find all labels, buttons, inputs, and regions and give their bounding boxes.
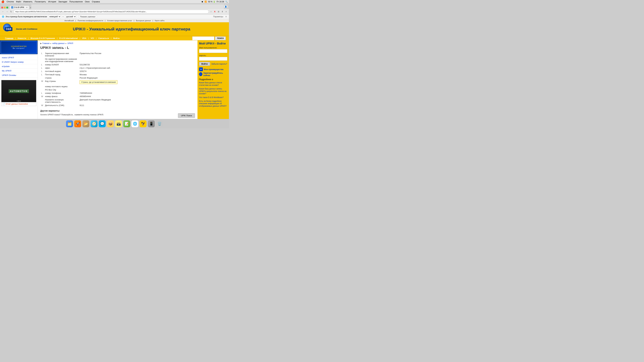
table-row: L офис стр.2, 2 Краснопресненская наб.	[40, 66, 195, 70]
table-row: L номер телефона 74959854444	[40, 91, 195, 95]
sidebar-nav-eupdate[interactable]: eUpdate	[0, 64, 38, 69]
apple-menu[interactable]: 🍎	[1, 0, 4, 3]
dock-maps[interactable]: 📝	[123, 120, 130, 127]
dock-iphone[interactable]: 📱	[148, 120, 155, 127]
sidebar-upik-nums: 12345UPIK6789	[11, 45, 27, 47]
forgot-password-link[interactable]: Забыли пароль?	[211, 63, 227, 65]
adblock-btn[interactable]: A	[213, 10, 216, 13]
nav-contact[interactable]: Связаться	[96, 36, 111, 40]
nav-search-input[interactable]	[192, 36, 214, 40]
sidebar-upik-slogan: Be unique!	[11, 47, 27, 49]
nav-news[interactable]: Новости	[16, 36, 28, 40]
back-btn[interactable]: ←	[1, 10, 5, 13]
top-nav-imprint[interactable]: Выходные данные	[136, 20, 151, 21]
menubar-status: ⏺ 📶 50 % 🔋 Пт 16:38 🔍	[202, 1, 228, 3]
nav-international[interactable]: D & B International	[58, 36, 80, 40]
menubar-file[interactable]: Файл	[16, 0, 21, 3]
menubar-window[interactable]: Окно	[85, 0, 90, 3]
action-text-search: Хотите UPIK® поиск? Пожалуйста , нажмите…	[40, 113, 176, 116]
nav-bisnode[interactable]: Bisnode D & B Германия	[28, 36, 57, 40]
dock-notes[interactable]: 📦	[107, 120, 114, 127]
to-lang-select[interactable]: русский	[65, 15, 76, 18]
translation-settings[interactable]: Параметры	[213, 15, 223, 18]
tab-close-btn[interactable]: ✕	[26, 6, 28, 8]
address-bar[interactable]	[14, 10, 209, 13]
menubar-history[interactable]: История	[48, 0, 56, 3]
profile-btn[interactable]: 👤	[224, 5, 228, 8]
site-title: UPIK® - Уникальный идентификационный клю…	[37, 27, 226, 31]
browser-tab-active[interactable]: D D & B UPIK ✕	[10, 5, 29, 9]
right-panel: Мой UPIK® - Войти Имя пользователя: паро…	[198, 40, 229, 119]
bookmark-btn[interactable]: ☆	[210, 10, 212, 13]
window-minimize[interactable]	[4, 6, 6, 8]
upik-search-btn[interactable]: UPIK Поиск	[178, 113, 195, 118]
dock-canary[interactable]: 🦅	[140, 120, 146, 127]
breadcrumb-current[interactable]: UPIK®	[68, 42, 73, 44]
window-close[interactable]	[1, 6, 3, 8]
menubar-edit[interactable]: Изменить	[23, 0, 32, 3]
two-col-layout: 12345UPIK6789 Be unique! поиск UPIK® D U…	[0, 40, 229, 119]
sidebar-nav-duns[interactable]: D UNS® Запрос номер	[0, 60, 38, 64]
translation-close-btn[interactable]: ✕	[225, 15, 227, 18]
window-maximize[interactable]	[6, 6, 8, 8]
menubar-help[interactable]: Справка	[92, 0, 100, 3]
dock-chrome[interactable]: 🌐	[132, 120, 138, 127]
spotlight-icon[interactable]: 🔍	[225, 1, 228, 3]
nav-search-btn[interactable]: ПОИСК	[215, 36, 226, 40]
sidebar-nav-search[interactable]: поиск UPIK®	[0, 55, 38, 60]
sidebar-nav-myupik[interactable]: My UPIK®	[0, 69, 38, 73]
menubar-bookmarks[interactable]: Закладки	[58, 0, 67, 3]
menu-btn[interactable]: ≡	[224, 10, 228, 13]
forward-btn[interactable]: →	[5, 10, 9, 13]
dock-trash[interactable]: 🗑️	[156, 120, 163, 127]
dock-launchpad[interactable]: 🚀	[74, 120, 81, 127]
top-nav-privacy[interactable]: Политика конфиденциальности	[78, 20, 103, 21]
sidebar-nav-basics[interactable]: UPIK® Основы	[0, 73, 38, 77]
menubar-chrome[interactable]: Chrome	[6, 0, 14, 3]
wifi-icon: 📶	[204, 1, 207, 3]
password-label: пароль:	[199, 54, 227, 56]
sidebar-banner: 12345UPIK6789 Be unique!	[0, 40, 38, 54]
more-info-link-2[interactable]: Что такое D & B Worldbase?	[199, 96, 227, 99]
from-lang-select[interactable]: немецкий	[48, 15, 61, 18]
show-original-btn[interactable]: Показать оригинал	[79, 15, 97, 18]
register-link[interactable]: Зарегистрируйтесь сейчас	[203, 72, 227, 76]
dock-stickies[interactable]: 🗃️	[115, 120, 122, 127]
dock-skype[interactable]: 💬	[99, 120, 106, 127]
top-nav-links: Английский | Политика конфиденциальности…	[0, 19, 229, 22]
advantages-link[interactable]: Мои преимущества	[204, 68, 224, 70]
breadcrumb-home[interactable]: Главная	[42, 42, 50, 44]
more-info-link-1[interactable]: Какая база данных запись UPIK® в результ…	[199, 88, 227, 95]
extension-btn[interactable]: ⊞	[217, 10, 220, 13]
advantages-icon: ★	[199, 67, 203, 71]
dock-finder[interactable]: 🗂️	[66, 120, 73, 127]
sidebar-ad-link[interactable]: Отчет данных Automotive	[6, 103, 28, 105]
password-input[interactable]	[199, 57, 227, 61]
nav-home[interactable]: Главная	[3, 36, 15, 40]
top-nav-english[interactable]: Английский	[64, 20, 74, 21]
table-row: L номер DUNS® 531298725	[40, 63, 195, 66]
tab-bar: D D & B UPIK ✕ + 👤	[0, 3, 229, 9]
nav-vda[interactable]: VDA	[80, 36, 88, 40]
nav-vci[interactable]: VCI	[89, 36, 96, 40]
dock-safari[interactable]: 🧭	[90, 120, 98, 127]
top-nav-terms[interactable]: Условия предоставления услуг	[107, 20, 132, 21]
username-input[interactable]	[199, 49, 227, 53]
new-tab-btn[interactable]: +	[30, 6, 31, 9]
more-info-link-3[interactable]: Есть ли более подробное описание информа…	[199, 100, 227, 107]
menubar-view[interactable]: Посмотреть	[35, 0, 46, 3]
dock-files[interactable]: 📂	[82, 120, 89, 127]
menubar-profiles[interactable]: Пользователи	[69, 0, 83, 3]
top-nav-sitemap[interactable]: Карта сайта	[155, 20, 164, 21]
breadcrumb-data[interactable]: набор данных	[52, 42, 64, 44]
download-btn[interactable]: ⬇	[221, 10, 224, 13]
refresh-btn[interactable]: ↻	[10, 10, 13, 13]
breadcrumb-arrow: ▶	[40, 42, 42, 44]
breadcrumb: ▶ Главная ► набор данных ► UPIK®	[40, 42, 195, 44]
table-row: L почтовый индекс 103274	[40, 70, 195, 73]
nav-login[interactable]: Войти	[111, 36, 122, 40]
more-info-link-0[interactable]: Какая база данных список статистики на о…	[199, 81, 227, 86]
login-btn[interactable]: Войти	[199, 62, 210, 66]
automotive-text: AUTOMOTIVE	[9, 89, 29, 93]
translation-label: Эта страница была переведена автоматичес…	[6, 15, 47, 18]
